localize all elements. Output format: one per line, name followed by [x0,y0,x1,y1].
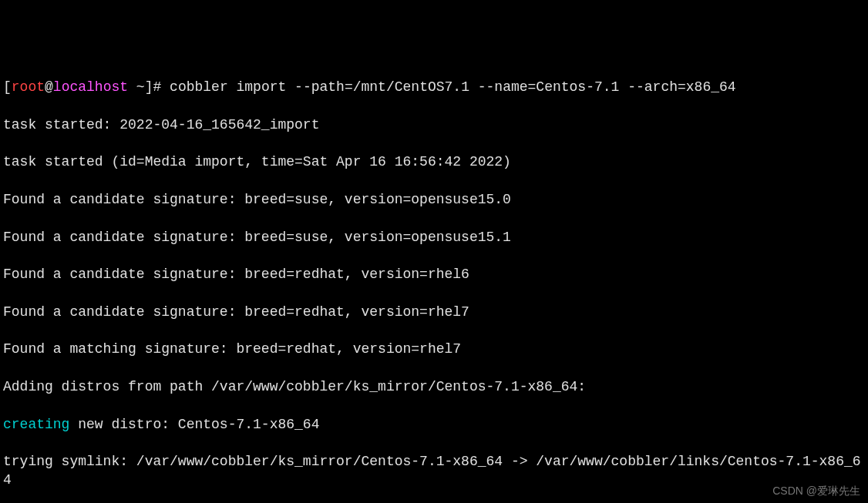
prompt-host: localhost [53,79,128,95]
output-line: Found a candidate signature: breed=suse,… [3,228,865,246]
prompt-at: @ [45,79,53,95]
bracket-close: ]# [145,79,170,95]
output-text: new distro: Centos-7.1-x86_64 [69,417,319,432]
bracket-open: [ [3,79,12,95]
watermark-text: CSDN @爱琳先生 [772,484,860,498]
output-line: Found a matching signature: breed=redhat… [3,340,865,358]
output-line: trying symlink: /var/www/cobbler/ks_mirr… [3,452,865,490]
output-line: Found a candidate signature: breed=redha… [3,265,865,283]
prompt-line[interactable]: [root@localhost ~]# cobbler import --pat… [3,78,865,96]
output-line: Adding distros from path /var/www/cobble… [3,377,865,396]
output-line: creating new distro: Centos-7.1-x86_64 [3,415,865,434]
output-line: Found a candidate signature: breed=redha… [3,303,865,321]
command-text: cobbler import --path=/mnt/CentOS7.1 --n… [170,79,736,95]
output-line: task started: 2022-04-16_165642_import [3,116,865,134]
keyword-creating: creating [3,417,69,432]
output-line: Found a candidate signature: breed=suse,… [3,190,865,209]
prompt-tilde: ~ [128,79,145,95]
prompt-user: root [12,79,45,95]
output-line: task started (id=Media import, time=Sat … [3,153,865,171]
